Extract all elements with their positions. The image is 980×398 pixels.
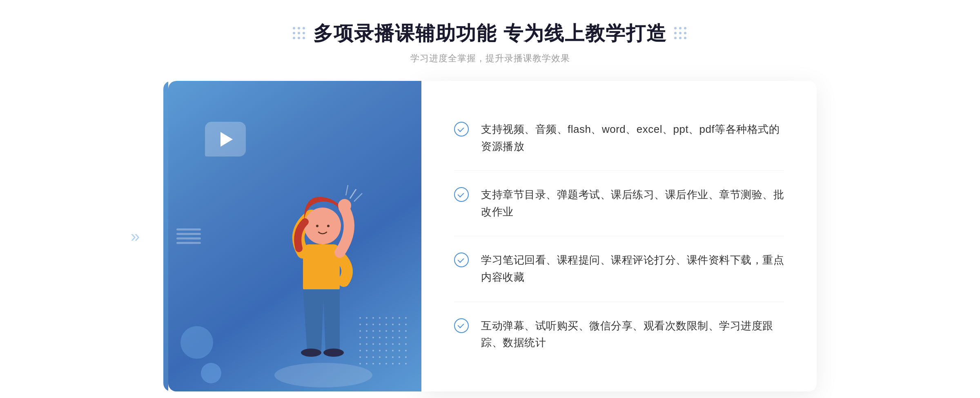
- play-bubble: [205, 122, 246, 157]
- right-dot-decoration: [674, 27, 687, 40]
- left-chevron-decoration: »: [131, 227, 140, 245]
- feature-item-3: 学习笔记回看、课程提问、课程评论打分、课件资料下载，重点内容收藏: [454, 236, 784, 302]
- page-title: 多项录播课辅助功能 专为线上教学打造: [313, 20, 666, 47]
- stripe-decoration: [176, 228, 201, 244]
- play-icon: [220, 132, 233, 147]
- feature-text-4: 互动弹幕、试听购买、微信分享、观看次数限制、学习进度跟踪、数据统计: [481, 318, 784, 351]
- feature-text-1: 支持视频、音频、flash、word、excel、ppt、pdf等各种格式的资源…: [481, 121, 784, 155]
- check-icon-1: [454, 122, 469, 136]
- content-area: 支持视频、音频、flash、word、excel、ppt、pdf等各种格式的资源…: [163, 81, 817, 391]
- left-panel-wrapper: [163, 81, 421, 391]
- feature-text-3: 学习笔记回看、课程提问、课程评论打分、课件资料下载，重点内容收藏: [481, 252, 784, 286]
- person-illustration: [258, 154, 381, 391]
- deco-circle-small: [201, 363, 221, 383]
- svg-point-6: [327, 225, 330, 227]
- feature-item-1: 支持视频、音频、flash、word、excel、ppt、pdf等各种格式的资源…: [454, 105, 784, 171]
- left-illustration-panel: [168, 81, 421, 391]
- left-dot-decoration: [293, 27, 306, 40]
- svg-line-8: [350, 189, 356, 199]
- svg-point-2: [301, 349, 321, 357]
- page-wrapper: 多项录播课辅助功能 专为线上教学打造 学习进度全掌握，提升录播课教学效果 »: [0, 20, 980, 391]
- main-content: »: [163, 81, 817, 391]
- svg-point-7: [338, 199, 351, 212]
- header-section: 多项录播课辅助功能 专为线上教学打造 学习进度全掌握，提升录播课教学效果: [293, 20, 687, 65]
- svg-point-0: [274, 363, 372, 387]
- page-subtitle: 学习进度全掌握，提升录播课教学效果: [410, 52, 570, 65]
- feature-text-2: 支持章节目录、弹题考试、课后练习、课后作业、章节测验、批改作业: [481, 186, 784, 220]
- feature-item-2: 支持章节目录、弹题考试、课后练习、课后作业、章节测验、批改作业: [454, 171, 784, 236]
- feature-item-4: 互动弹幕、试听购买、微信分享、观看次数限制、学习进度跟踪、数据统计: [454, 302, 784, 367]
- svg-point-4: [304, 208, 341, 244]
- svg-line-10: [346, 185, 348, 195]
- blue-vertical-bar: [163, 81, 168, 391]
- check-icon-4: [454, 318, 469, 333]
- svg-point-3: [323, 349, 344, 357]
- check-icon-2: [454, 187, 469, 202]
- right-features-panel: 支持视频、音频、flash、word、excel、ppt、pdf等各种格式的资源…: [421, 81, 817, 391]
- title-row: 多项录播课辅助功能 专为线上教学打造: [293, 20, 687, 47]
- svg-line-9: [354, 193, 362, 201]
- deco-circle-large: [180, 326, 213, 359]
- svg-point-5: [316, 225, 318, 227]
- check-icon-3: [454, 253, 469, 267]
